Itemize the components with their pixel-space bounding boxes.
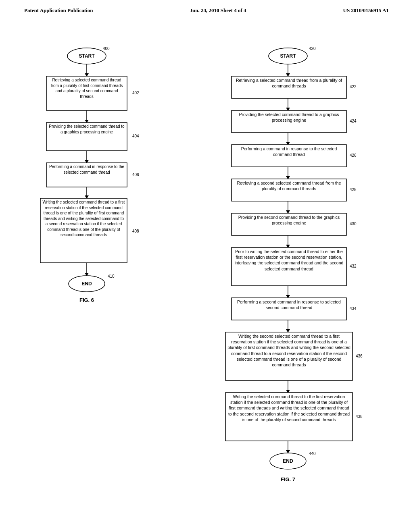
svg-text:436: 436: [356, 354, 363, 358]
svg-text:400: 400: [103, 46, 110, 51]
svg-text:402: 402: [132, 91, 139, 95]
svg-text:FIG. 7: FIG. 7: [281, 476, 295, 482]
fig7-diagram: START 420 Retrieving a selected command …: [195, 36, 389, 513]
fig6-svg: START 400 Retrieving a selected command …: [24, 36, 149, 330]
page-header: Patent Application Publication Jun. 24, …: [0, 0, 413, 18]
svg-text:428: 428: [350, 187, 357, 192]
svg-text:START: START: [79, 53, 95, 59]
svg-text:END: END: [283, 458, 293, 464]
svg-text:END: END: [81, 281, 92, 287]
svg-text:438: 438: [356, 414, 363, 419]
svg-text:406: 406: [132, 172, 139, 177]
svg-text:START: START: [280, 53, 296, 59]
header-right: US 2010/0156915 A1: [343, 7, 389, 14]
svg-text:422: 422: [350, 85, 357, 89]
svg-text:410: 410: [108, 274, 115, 278]
header-left: Patent Application Publication: [24, 7, 93, 14]
svg-text:408: 408: [132, 229, 139, 233]
header-center: Jun. 24, 2010 Sheet 4 of 4: [190, 7, 246, 14]
svg-text:440: 440: [309, 451, 316, 456]
svg-text:434: 434: [350, 306, 357, 311]
svg-text:432: 432: [350, 264, 357, 268]
svg-text:426: 426: [350, 153, 357, 158]
svg-text:404: 404: [132, 134, 139, 138]
svg-text:420: 420: [309, 46, 316, 51]
svg-text:FIG. 6: FIG. 6: [79, 297, 94, 303]
diagrams-container: START 400 Retrieving a selected command …: [24, 36, 389, 513]
fig6-diagram: START 400 Retrieving a selected command …: [24, 36, 149, 513]
page-content: START 400 Retrieving a selected command …: [0, 18, 413, 525]
svg-text:430: 430: [350, 222, 357, 226]
fig7-svg: START 420 Retrieving a selected command …: [195, 36, 389, 511]
svg-text:424: 424: [350, 119, 357, 123]
